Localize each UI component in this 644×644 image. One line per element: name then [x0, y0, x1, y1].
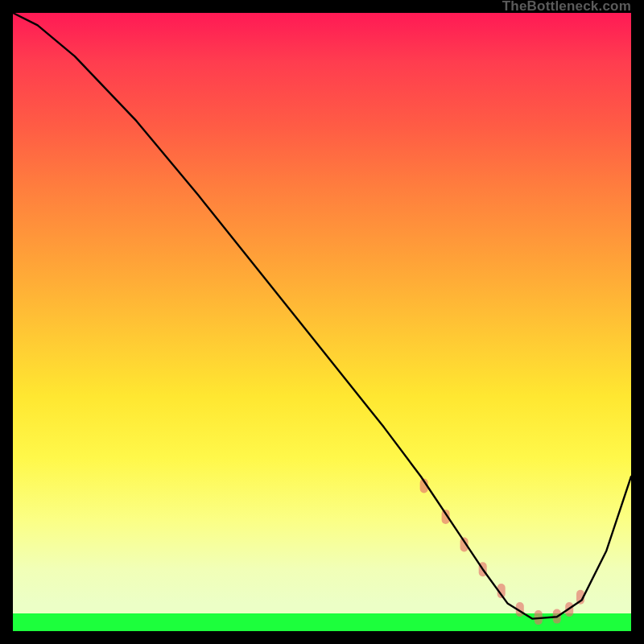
chart-frame: TheBottleneck.com — [0, 0, 644, 644]
watermark-text: TheBottleneck.com — [502, 0, 631, 13]
chart-svg — [13, 13, 631, 631]
marker-group — [420, 479, 584, 625]
bottleneck-curve-line — [13, 13, 631, 619]
chart-plot-area — [13, 13, 631, 631]
